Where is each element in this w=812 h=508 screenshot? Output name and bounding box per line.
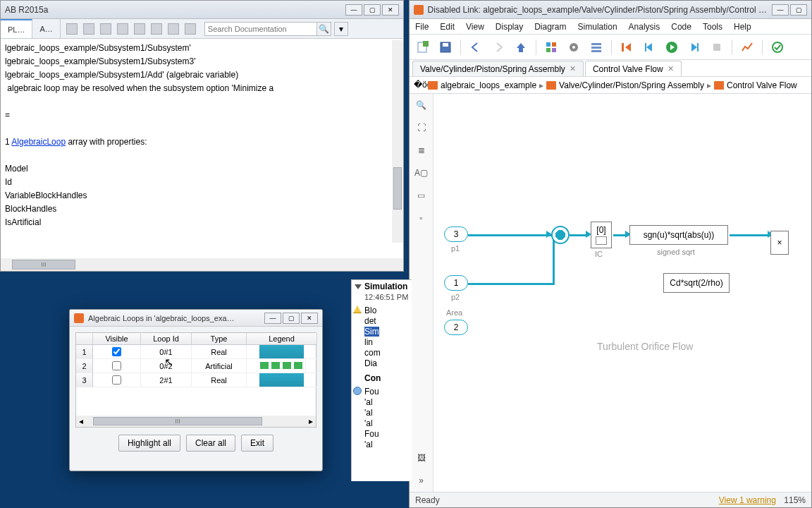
hierarchy-icon[interactable]: ≣ [414, 143, 429, 157]
model-explorer-icon[interactable] [587, 38, 605, 56]
tab-control-valve-flow[interactable]: Control Valve Flow✕ [585, 61, 682, 76]
cut-icon[interactable] [100, 23, 111, 35]
crumb-level-2[interactable]: Control Valve Flow [727, 80, 797, 90]
sim-diag-time: 12:46:51 PM [352, 293, 412, 301]
model-config-icon[interactable] [565, 38, 583, 56]
inport-p1[interactable]: 3 [444, 226, 468, 242]
close-tab-icon[interactable]: ✕ [570, 64, 576, 73]
visible-checkbox[interactable] [112, 361, 121, 370]
copy-icon[interactable] [117, 23, 128, 35]
menu-edit[interactable]: Edit [440, 22, 455, 32]
paste-icon[interactable] [134, 23, 145, 35]
crumb-root[interactable]: algebraic_loops_example [441, 80, 536, 90]
toolstrip-tab-apps[interactable]: A… [32, 19, 60, 38]
tab-spring-assembly[interactable]: Valve/Cylinder/Piston/Spring Assembly✕ [412, 61, 584, 76]
visible-checkbox[interactable] [112, 375, 121, 385]
al-maximize-button[interactable]: ▢ [283, 313, 300, 324]
save-icon[interactable] [436, 38, 455, 56]
search-dropdown-icon[interactable]: ▾ [334, 22, 348, 36]
sum-block[interactable] [551, 226, 570, 244]
step-back-once-icon[interactable] [640, 38, 658, 56]
image-icon[interactable]: 🖼 [414, 451, 429, 465]
menu-file[interactable]: File [415, 22, 429, 32]
toolstrip-tab-plots[interactable]: PL… [1, 19, 32, 38]
matlab-window-controls: — ▢ ✕ [345, 4, 399, 16]
gain-block[interactable]: Cd*sqrt(2/rho) [663, 273, 730, 293]
save-icon[interactable] [83, 23, 94, 35]
inport-p1-label: p1 [451, 244, 460, 253]
home-icon[interactable]: �ödel [414, 80, 425, 91]
redo-icon[interactable] [168, 23, 179, 35]
simulink-titlebar: Disabled Link: algebraic_loops_example/V… [410, 1, 811, 19]
col-legend: Legend [247, 333, 317, 345]
viewmark-icon[interactable]: ▫ [414, 211, 429, 225]
status-zoom[interactable]: 115% [784, 495, 806, 505]
menu-view[interactable]: View [466, 22, 484, 32]
step-back-icon[interactable] [617, 38, 636, 56]
al-horizontal-scrollbar[interactable]: ◂III▸ [76, 416, 316, 427]
sim-diag-header[interactable]: Simulation [352, 280, 412, 293]
stop-icon[interactable] [708, 38, 726, 56]
clear-all-button[interactable]: Clear all [186, 435, 235, 452]
build-icon[interactable] [768, 38, 787, 56]
algebraic-loops-dialog: Algebraic Loops in 'algebraic_loops_exa…… [69, 309, 323, 471]
inport-area[interactable]: 2 [444, 320, 468, 335]
new-script-icon[interactable] [66, 23, 78, 35]
menu-display[interactable]: Display [496, 22, 523, 32]
menu-help[interactable]: Help [734, 22, 751, 32]
hscroll-thumb[interactable]: III [12, 260, 75, 270]
forward-icon[interactable] [489, 38, 508, 56]
exit-button[interactable]: Exit [241, 435, 273, 452]
annotation-icon[interactable]: A▢ [414, 166, 429, 180]
scrollbar-thumb[interactable] [393, 167, 402, 210]
horizontal-scrollbar[interactable]: III [1, 258, 403, 271]
inport-p2[interactable]: 1 [444, 275, 468, 291]
svg-rect-12 [591, 50, 601, 52]
maximize-button[interactable]: ▢ [364, 4, 381, 16]
slk-minimize-button[interactable]: — [772, 4, 789, 16]
expand-icon[interactable]: » [414, 473, 429, 488]
up-icon[interactable] [512, 38, 530, 56]
command-window[interactable]: lgebraic_loops_example/Subsystem1/Subsys… [1, 40, 403, 243]
area-icon[interactable]: ▭ [414, 188, 429, 202]
visible-checkbox[interactable] [112, 347, 121, 356]
crumb-level-1[interactable]: Valve/Cylinder/Piston/Spring Assembly [559, 80, 704, 90]
sim-diag-title: Simulation [364, 282, 407, 291]
close-tab-icon[interactable]: ✕ [668, 64, 674, 73]
minimize-button[interactable]: — [345, 4, 362, 16]
undo-icon[interactable] [151, 23, 162, 35]
search-input[interactable] [204, 22, 317, 36]
al-minimize-button[interactable]: — [264, 313, 281, 324]
slk-maximize-button[interactable]: ▢ [790, 4, 807, 16]
menu-tools[interactable]: Tools [703, 22, 722, 32]
zoom-icon[interactable]: 🔍 [414, 98, 429, 112]
new-model-icon[interactable] [414, 38, 432, 56]
table-row[interactable]: 3 2#1 Real [76, 373, 316, 387]
ic-block[interactable]: [0] [591, 222, 612, 248]
vertical-scrollbar[interactable] [392, 40, 403, 243]
menu-diagram[interactable]: Diagram [534, 22, 566, 32]
menu-analysis[interactable]: Analysis [629, 22, 660, 32]
menu-code[interactable]: Code [671, 22, 691, 32]
fit-to-view-icon[interactable]: ⛶ [414, 121, 429, 135]
table-row[interactable]: 1 0#1 Real [76, 345, 316, 359]
table-row[interactable]: 2 0#2 Artificial [76, 359, 316, 373]
highlight-all-button[interactable]: Highlight all [118, 435, 180, 452]
step-forward-icon[interactable] [685, 38, 703, 56]
fcn-block[interactable]: sgn(u)*sqrt(abs(u)) [629, 225, 728, 245]
data-inspector-icon[interactable] [738, 38, 756, 56]
status-warning-link[interactable]: View 1 warning [719, 495, 776, 505]
run-icon[interactable] [663, 38, 681, 56]
product-block[interactable]: × [770, 231, 789, 255]
al-close-button[interactable]: ✕ [301, 313, 318, 324]
close-button[interactable]: ✕ [382, 4, 399, 16]
help-icon[interactable] [185, 23, 196, 35]
status-ready: Ready [415, 495, 440, 505]
back-icon[interactable] [467, 38, 485, 56]
legend-swatch-solid [259, 373, 304, 387]
algebraicloop-link[interactable]: AlgebraicLoop [11, 137, 66, 147]
menu-simulation[interactable]: Simulation [578, 22, 617, 32]
block-diagram-canvas[interactable]: 3 p1 1 p2 2 Area [0] IC sgn(u)*sqrt(abs(… [433, 94, 811, 492]
search-icon[interactable]: 🔍 [317, 22, 331, 36]
library-browser-icon[interactable] [542, 38, 560, 56]
